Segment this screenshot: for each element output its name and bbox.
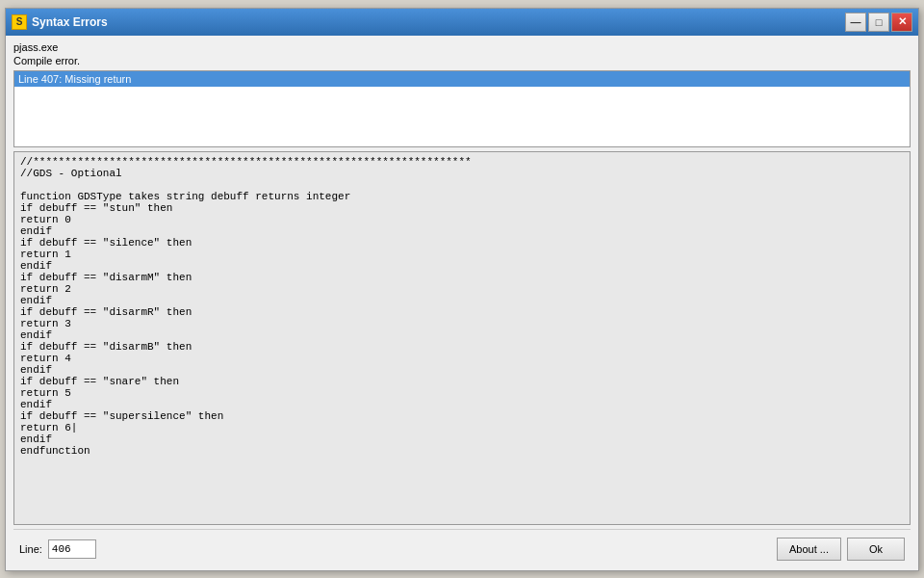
main-window: S Syntax Errors — □ ✕ pjass.exe Compile …	[5, 8, 919, 571]
window-icon-letter: S	[16, 16, 23, 27]
line-label: Line:	[19, 543, 42, 555]
close-button[interactable]: ✕	[891, 13, 912, 32]
minimize-button[interactable]: —	[845, 13, 866, 32]
window-icon: S	[12, 14, 27, 30]
maximize-button[interactable]: □	[868, 13, 889, 32]
info-section: pjass.exe Compile error.	[13, 41, 911, 66]
window-content: pjass.exe Compile error. Line 407: Missi…	[6, 36, 918, 570]
divider	[13, 529, 911, 530]
filename-text: pjass.exe	[13, 41, 911, 53]
line-input[interactable]	[48, 539, 96, 559]
about-button[interactable]: About ...	[777, 538, 841, 561]
window-controls: — □ ✕	[845, 13, 912, 32]
ok-button[interactable]: Ok	[847, 538, 905, 561]
title-bar: S Syntax Errors — □ ✕	[6, 9, 918, 36]
bottom-bar: Line: About ... Ok	[13, 534, 911, 565]
error-item[interactable]: Line 407: Missing return	[14, 71, 910, 87]
window-title: Syntax Errors	[32, 15, 845, 29]
code-section: //**************************************…	[13, 151, 911, 525]
code-display[interactable]: //**************************************…	[14, 152, 910, 524]
error-list[interactable]: Line 407: Missing return	[13, 70, 911, 147]
status-text: Compile error.	[13, 55, 911, 66]
